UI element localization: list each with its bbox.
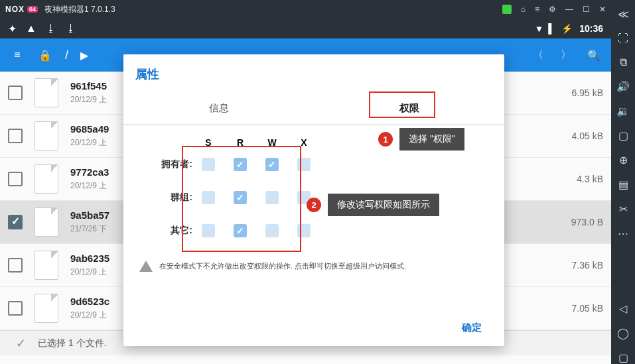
group-w-checkbox[interactable] [265, 191, 279, 204]
volume-down-icon[interactable]: 🔉 [616, 105, 630, 117]
owner-w-checkbox[interactable] [265, 158, 279, 171]
download-icon-2[interactable]: ⭳ [66, 23, 76, 34]
file-checkbox[interactable] [8, 301, 23, 316]
window-controls: ⌂ ≡ ⚙ — ☐ ✕ [502, 5, 606, 14]
perm-row-owner: 拥有者: [139, 148, 488, 181]
download-icon[interactable]: ⭳ [46, 23, 56, 34]
file-icon [35, 164, 58, 194]
screenshot-icon[interactable]: ⧉ [620, 56, 627, 68]
checkmark-icon: ✓ [16, 336, 26, 351]
menu-lines-icon[interactable]: ≡ [535, 5, 539, 14]
file-checkbox[interactable] [8, 129, 23, 143]
callout-1-number: 1 [378, 132, 393, 147]
col-r: R [224, 137, 256, 148]
file-icon [35, 208, 58, 237]
ok-button[interactable]: 确定 [453, 316, 491, 339]
signal-icon: ▌ [548, 23, 555, 34]
callout-1-text: 选择 "权限" [399, 128, 464, 151]
screen-icon[interactable]: ▢ [618, 129, 628, 142]
wifi-icon: ▾ [537, 23, 541, 34]
brand-badge: 64 [27, 6, 38, 13]
warning-icon[interactable]: ▲ [26, 23, 36, 34]
brand: NOX 64 [5, 5, 38, 14]
volume-up-icon[interactable]: 🔊 [616, 80, 630, 93]
selection-text: 已选择 1 个文件. [38, 337, 106, 349]
perm-row-other: 其它: [139, 214, 488, 247]
dialog-tabs: 信息 权限 [123, 93, 504, 125]
store-icon[interactable] [502, 5, 512, 14]
callout-1: 1 选择 "权限" [378, 128, 464, 151]
lock-icon[interactable]: 🔒 [37, 47, 53, 63]
minimize-icon[interactable]: — [565, 5, 573, 14]
android-statusbar: ✦ ▲ ⭳ ⭳ ▾ ▌ ⚡ 10:36 [0, 19, 611, 38]
col-s: S [192, 137, 224, 148]
file-size: 7.36 kB [572, 260, 603, 271]
warning-row[interactable]: 在安全模式下不允许做出改变权限的操作. 点击即可切换至超级用户访问模式. [123, 254, 504, 278]
emulator-sidebar: ≪ ⛶ ⧉ 🔊 🔉 ▢ ⊕ ▤ ✂ ⋯ ◁ ◯ ▢ [611, 0, 635, 364]
scissors-icon[interactable]: ✂ [619, 203, 628, 215]
tab-permissions[interactable]: 权限 [314, 93, 504, 124]
nav-fwd-icon[interactable]: 〉 [558, 47, 574, 63]
perm-label-other: 其它: [139, 225, 192, 237]
file-icon [35, 78, 58, 107]
home-icon[interactable]: ⌂ [521, 5, 526, 14]
close-icon[interactable]: ✕ [599, 5, 606, 14]
other-x-checkbox[interactable] [297, 224, 311, 237]
perm-label-group: 群组: [139, 192, 192, 204]
file-icon [35, 251, 58, 280]
warning-text: 在安全模式下不允许做出改变权限的操作. 点击即可切换至超级用户访问模式. [159, 261, 406, 271]
apk-icon[interactable]: ⊕ [619, 154, 628, 166]
other-w-checkbox[interactable] [265, 224, 279, 237]
dialog-title: 属性 [123, 54, 504, 89]
file-size: 973.0 B [571, 217, 603, 227]
more-icon[interactable]: ⋯ [618, 227, 628, 240]
tab-info[interactable]: 信息 [123, 93, 314, 124]
search-icon[interactable]: 🔍 [586, 47, 602, 63]
clock-text: 10:36 [579, 23, 603, 34]
android-recent-icon[interactable]: ▢ [618, 351, 628, 364]
owner-s-checkbox[interactable] [202, 158, 215, 171]
col-x: X [288, 137, 320, 148]
file-icon [35, 294, 58, 323]
settings-gear-icon[interactable]: ⚙ [549, 5, 556, 14]
collapse-icon[interactable]: ≪ [618, 8, 629, 21]
file-icon [35, 121, 58, 151]
file-size: 4.05 kB [572, 131, 603, 141]
window-title: 夜神模拟器1 7.0.1.3 [44, 4, 115, 15]
android-back-icon[interactable]: ◁ [619, 302, 627, 315]
file-size: 7.05 kB [572, 303, 603, 314]
other-r-checkbox[interactable] [234, 224, 247, 237]
battery-icon: ⚡ [561, 23, 573, 34]
owner-x-checkbox[interactable] [297, 158, 311, 171]
hamburger-icon[interactable]: ≡ [9, 47, 25, 63]
group-s-checkbox[interactable] [202, 191, 215, 204]
owner-r-checkbox[interactable] [234, 158, 247, 171]
file-size: 4.3 kB [577, 174, 603, 184]
puzzle-icon[interactable]: ✦ [8, 23, 17, 35]
callout-2: 2 修改读写权限如图所示 [307, 194, 439, 216]
folder-icon[interactable]: ▤ [618, 178, 628, 191]
breadcrumb-root[interactable]: / [65, 48, 68, 62]
fullscreen-icon[interactable]: ⛶ [618, 32, 628, 44]
file-checkbox[interactable] [8, 215, 23, 229]
breadcrumb-next-icon[interactable]: ▶ [80, 49, 88, 62]
other-s-checkbox[interactable] [202, 224, 215, 237]
file-checkbox[interactable] [8, 258, 23, 273]
file-checkbox[interactable] [8, 172, 23, 186]
perm-label-owner: 拥有者: [139, 158, 192, 170]
brand-name: NOX [5, 5, 25, 14]
nav-back-icon[interactable]: 〈 [530, 47, 546, 63]
maximize-icon[interactable]: ☐ [583, 5, 590, 14]
callout-2-number: 2 [307, 198, 321, 212]
col-w: W [256, 137, 288, 148]
file-checkbox[interactable] [8, 86, 23, 100]
group-r-checkbox[interactable] [234, 191, 247, 204]
window-titlebar: NOX 64 夜神模拟器1 7.0.1.3 ⌂ ≡ ⚙ — ☐ ✕ [0, 0, 611, 19]
callout-2-text: 修改读写权限如图所示 [328, 194, 439, 216]
file-size: 6.95 kB [572, 88, 603, 98]
android-home-icon[interactable]: ◯ [617, 327, 629, 339]
warning-triangle-icon [139, 261, 153, 272]
